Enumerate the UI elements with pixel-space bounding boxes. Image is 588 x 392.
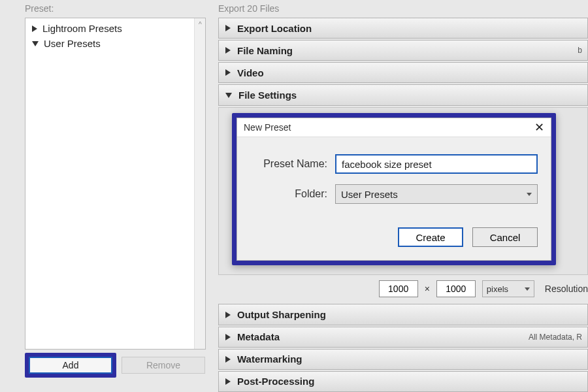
modal-footer: Create Cancel xyxy=(237,227,551,260)
preset-item-user[interactable]: User Presets xyxy=(25,36,205,51)
cancel-button[interactable]: Cancel xyxy=(472,227,538,247)
chevron-down-icon xyxy=(527,193,532,196)
section-extra: All Metadata, R xyxy=(529,333,582,342)
folder-label: Folder: xyxy=(250,188,335,200)
dimension-row: × pixels Resolution xyxy=(218,280,588,297)
preset-name-input[interactable] xyxy=(335,154,538,174)
collapse-icon xyxy=(225,69,231,76)
add-button[interactable]: Add xyxy=(29,357,112,374)
preset-item-label: User Presets xyxy=(44,38,101,49)
folder-select[interactable]: User Presets xyxy=(335,184,538,204)
section-file-settings[interactable]: File Settings xyxy=(218,84,588,105)
section-output-sharpening[interactable]: Output Sharpening xyxy=(218,304,588,325)
preset-button-row: Add Remove xyxy=(25,353,206,378)
collapse-icon xyxy=(225,25,231,31)
modal-body: Preset Name: Folder: User Presets xyxy=(237,137,551,227)
close-icon[interactable]: ✕ xyxy=(534,122,544,133)
section-watermarking[interactable]: Watermarking xyxy=(218,349,588,370)
collapse-icon xyxy=(225,312,231,318)
times-label: × xyxy=(425,284,430,294)
section-export-location[interactable]: Export Location xyxy=(218,18,588,39)
section-extra: b xyxy=(578,46,582,55)
remove-button: Remove xyxy=(122,357,205,374)
preset-item-lightroom[interactable]: Lightroom Presets xyxy=(25,21,205,36)
section-file-naming[interactable]: File Naming b xyxy=(218,40,588,61)
section-label: Post-Processing xyxy=(237,376,314,387)
section-label: Metadata xyxy=(237,331,280,342)
preset-item-label: Lightroom Presets xyxy=(42,23,122,34)
new-preset-modal: New Preset ✕ Preset Name: Folder: User P… xyxy=(237,118,551,261)
collapse-icon xyxy=(225,356,231,363)
expand-icon xyxy=(32,41,39,46)
collapse-icon xyxy=(225,47,231,54)
collapse-icon xyxy=(225,334,231,340)
section-label: File Settings xyxy=(238,90,297,101)
collapse-icon xyxy=(32,25,37,32)
modal-titlebar: New Preset ✕ xyxy=(237,118,551,137)
width-input[interactable] xyxy=(379,280,418,297)
unit-select[interactable]: pixels xyxy=(482,280,534,297)
preset-label: Preset: xyxy=(0,3,216,16)
section-label: Video xyxy=(237,67,264,78)
preset-list[interactable]: ^ Lightroom Presets User Presets xyxy=(25,18,206,350)
new-preset-modal-highlight: New Preset ✕ Preset Name: Folder: User P… xyxy=(232,113,556,265)
section-video[interactable]: Video xyxy=(218,62,588,83)
export-title: Export 20 Files xyxy=(216,3,588,16)
preset-name-row: Preset Name: xyxy=(250,154,538,174)
left-panel: Preset: ^ Lightroom Presets User Presets… xyxy=(0,0,216,392)
section-post-processing[interactable]: Post-Processing xyxy=(218,371,588,392)
modal-title: New Preset xyxy=(244,122,291,133)
folder-row: Folder: User Presets xyxy=(250,184,538,204)
section-label: File Naming xyxy=(237,45,293,56)
add-highlight: Add xyxy=(25,353,116,378)
section-label: Watermarking xyxy=(237,353,302,365)
unit-value: pixels xyxy=(487,284,508,294)
preset-name-label: Preset Name: xyxy=(250,158,335,170)
section-label: Export Location xyxy=(237,23,312,34)
chevron-down-icon xyxy=(525,287,530,291)
expand-icon xyxy=(225,93,232,98)
scroll-indicator-icon: ^ xyxy=(199,21,203,27)
resolution-label: Resolution xyxy=(545,284,588,294)
create-button[interactable]: Create xyxy=(398,227,463,247)
folder-value: User Presets xyxy=(341,189,398,200)
section-label: Output Sharpening xyxy=(237,309,326,320)
height-input[interactable] xyxy=(436,280,476,297)
section-metadata[interactable]: Metadata All Metadata, R xyxy=(218,327,588,348)
collapse-icon xyxy=(225,378,231,385)
